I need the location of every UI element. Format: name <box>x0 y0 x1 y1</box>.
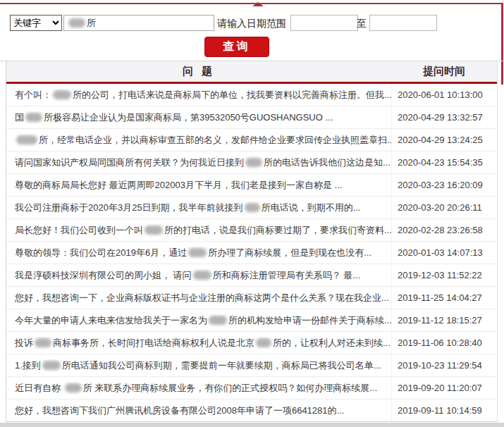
date-to-label: 至 <box>357 18 367 30</box>
table-row[interactable]: 国所极容易让企业认为是国家商标局，第39532050号GUOSHANGSUO .… <box>6 106 497 129</box>
table-body: 有个叫：所的公司，打电话来说是商标局下的单位，找我要资料以完善商标注册。但我..… <box>6 84 497 421</box>
date-range-label: 请输入日期范围 <box>217 18 286 30</box>
redacted-text <box>245 158 262 167</box>
question-text: 您好，我想咨询一下，企业商标版权证书与企业注册的商标这两个是什么关系？现在我企业… <box>15 292 389 303</box>
top-accent-line <box>0 3 503 4</box>
redacted-text <box>53 90 71 99</box>
question-cell[interactable]: 1.接到所电话通知我公司商标到期，需要提前一年就要续期，商标局已将我公司名单..… <box>6 359 391 372</box>
question-text: 商标事务所，长时间打电话给商标权利人说是北京 <box>53 338 254 348</box>
table-row[interactable]: 局长您好！我们公司收到一个叫所的打电话，说是我们商标要过期了，要求我们寄资料..… <box>6 219 497 242</box>
redacted-text <box>68 18 85 27</box>
redacted-text <box>209 316 227 325</box>
page: 关键字 所 请输入日期范围 至 查询 问 题 提问时间 有个叫：所的公司，打电话… <box>0 0 504 427</box>
question-text: 请问国家知识产权局同国商所有何关联？为何我近日接到 <box>15 157 244 168</box>
question-cell[interactable]: 今年大量的申请人来电来信发给我关于一家名为所的机构发给申请一份邮件关于商标续..… <box>6 314 391 327</box>
question-cell[interactable]: 我公司注册商标于2020年3月25日到期，我半年前就接到所电话说，到期不用的..… <box>6 202 391 214</box>
question-text: 所和商标注册管理局有关系吗？ 最... <box>213 270 360 280</box>
table-row[interactable]: 尊敬的领导：我们公司在2019年6月，通过所办理了商标续展，但是到现在也没有..… <box>6 242 497 264</box>
question-cell[interactable]: 请问国家知识产权局同国商所有何关联？为何我近日接到所的电话告诉我他们这边是知..… <box>6 156 391 169</box>
time-cell: 2019-09-20 11:20:07 <box>391 377 497 399</box>
table-row[interactable]: 您好，我想咨询一下，企业商标版权证书与企业注册的商标这两个是什么关系？现在我企业… <box>6 287 497 309</box>
redacted-text <box>42 361 61 370</box>
search-button[interactable]: 查询 <box>204 37 269 57</box>
date-from-input[interactable] <box>290 15 358 31</box>
date-to-input[interactable] <box>369 15 437 31</box>
question-text: 所的，让权利人对还未到续... <box>273 338 391 348</box>
table-row[interactable]: 请问国家知识产权局同国商所有何关联？为何我近日接到所的电话告诉我他们这边是知..… <box>6 151 497 174</box>
question-cell[interactable]: 您好，我想咨询一下，企业商标版权证书与企业注册的商标这两个是什么关系？现在我企业… <box>6 292 391 304</box>
redacted-text <box>188 248 207 257</box>
question-text: 所办理了商标续展，但是到现在也没有... <box>208 247 371 258</box>
active-tab-indicator-triangle <box>252 2 264 6</box>
question-cell[interactable]: 您好，我想咨询下我们广州腾讯机房设备有限公司2008年申请了一项6641281的… <box>6 404 391 417</box>
question-text: 您好，我想咨询下我们广州腾讯机房设备有限公司2008年申请了一项6641281的… <box>15 405 344 416</box>
table-row[interactable]: 所，经常电话企业，并以商标审查五部的名义，发邮件给企业要求回传企业执照盖章扫..… <box>6 129 497 151</box>
question-text: 我公司注册商标于2020年3月25日到期，我半年前就接到 <box>15 202 243 213</box>
redacted-text <box>16 135 37 144</box>
question-text: 所的打电话，说是我们商标要过期了，要求我们寄资料... <box>164 225 391 235</box>
question-text: 所电话说，到期不用的... <box>262 202 361 213</box>
table-row[interactable]: 有个叫：所的公司，打电话来说是商标局下的单位，找我要资料以完善商标注册。但我..… <box>6 84 497 106</box>
time-column-header: 提问时间 <box>391 65 497 78</box>
question-text: 所，经常电话企业，并以商标审查五部的名义，发邮件给企业要求回传企业执照盖章扫..… <box>39 135 391 145</box>
question-text: 所的电话告诉我他们这边是知... <box>264 157 391 168</box>
redacted-text <box>65 383 82 392</box>
table-row[interactable]: 尊敬的商标局局长您好 最近两周即202003月下半月，我们老是接到一家自称是 .… <box>6 174 497 197</box>
table-row[interactable]: 我是淳硕科技深圳有限公司的周小姐， 请问所和商标注册管理局有关系吗？ 最... … <box>6 264 497 287</box>
time-cell: 2020-06-01 10:13:00 <box>391 84 497 106</box>
time-cell: 2019-09-11 10:14:59 <box>391 400 497 421</box>
table-row[interactable]: 您好，我想咨询下我们广州腾讯机房设备有限公司2008年申请了一项6641281的… <box>6 400 497 421</box>
time-cell: 2019-11-06 10:28:40 <box>391 332 497 354</box>
question-text: 我是淳硕科技深圳有限公司的周小姐， 请问 <box>15 270 192 280</box>
question-cell[interactable]: 近日有自称 所 来联系办理商标续展业务，有你们的正式授权吗？如何办理商标续展..… <box>6 382 391 395</box>
keyword-input-value: 所 <box>87 17 96 30</box>
table-row[interactable]: 近日有自称 所 来联系办理商标续展业务，有你们的正式授权吗？如何办理商标续展..… <box>6 377 497 400</box>
redacted-text <box>25 113 42 122</box>
question-cell[interactable]: 有个叫：所的公司，打电话来说是商标局下的单位，找我要资料以完善商标注册。但我..… <box>6 89 391 101</box>
question-text: 所极容易让企业认为是国家商标局，第39532050号GUOSHANGSUO ..… <box>44 112 333 123</box>
time-cell: 2020-03-20 20:26:11 <box>391 197 497 218</box>
question-text: 所的公司，打电话来说是商标局下的单位，找我要资料以完善商标注册。但我... <box>73 89 391 100</box>
question-text: 近日有自称 <box>15 383 63 393</box>
time-cell: 2019-10-23 11:29:54 <box>391 354 497 376</box>
time-cell: 2020-01-03 14:07:13 <box>391 242 497 264</box>
question-cell[interactable]: 国所极容易让企业认为是国家商标局，第39532050号GUOSHANGSUO .… <box>6 111 391 124</box>
time-cell: 2019-11-25 14:04:27 <box>391 287 497 309</box>
time-cell: 2020-04-29 13:24:25 <box>391 129 497 151</box>
time-cell: 2020-04-23 15:54:35 <box>391 151 497 173</box>
question-text: 所 来联系办理商标续展业务，有你们的正式授权吗？如何办理商标续展... <box>83 383 377 393</box>
table-header-row: 问 题 提问时间 <box>6 61 497 84</box>
time-cell: 2020-02-28 23:26:58 <box>391 219 497 241</box>
question-text: 1.接到 <box>15 360 41 371</box>
redacted-text <box>145 225 163 235</box>
question-text: 尊敬的商标局局长您好 最近两周即202003月下半月，我们老是接到一家自称是 .… <box>15 180 342 190</box>
question-cell[interactable]: 所，经常电话企业，并以商标审查五部的名义，发邮件给企业要求回传企业执照盖章扫..… <box>6 134 391 147</box>
page-bottom-strip <box>0 423 504 427</box>
right-accent-line <box>501 3 503 85</box>
table-row[interactable]: 我公司注册商标于2020年3月25日到期，我半年前就接到所电话说，到期不用的..… <box>6 197 497 219</box>
table-row[interactable]: 1.接到所电话通知我公司商标到期，需要提前一年就要续期，商标局已将我公司名单..… <box>6 354 497 377</box>
time-cell: 2019-11-12 18:15:27 <box>391 309 497 331</box>
keyword-search-input[interactable]: 所 <box>63 15 214 31</box>
redacted-text <box>35 338 51 347</box>
questions-table: 问 题 提问时间 有个叫：所的公司，打电话来说是商标局下的单位，找我要资料以完善… <box>6 61 498 422</box>
question-cell[interactable]: 尊敬的领导：我们公司在2019年6月，通过所办理了商标续展，但是到现在也没有..… <box>6 247 391 259</box>
question-cell[interactable]: 尊敬的商标局局长您好 最近两周即202003月下半月，我们老是接到一家自称是 .… <box>6 179 391 192</box>
question-column-header: 问 题 <box>6 65 391 78</box>
question-text: 有个叫： <box>15 89 51 100</box>
question-text: 国 <box>15 112 24 123</box>
redacted-text <box>256 338 271 347</box>
table-row[interactable]: 投诉商标事务所，长时间打电话给商标权利人说是北京所的，让权利人对还未到续... … <box>6 332 497 354</box>
keyword-type-select[interactable]: 关键字 <box>10 15 62 31</box>
question-cell[interactable]: 局长您好！我们公司收到一个叫所的打电话，说是我们商标要过期了，要求我们寄资料..… <box>6 224 391 237</box>
time-cell: 2020-03-23 16:20:09 <box>391 174 497 196</box>
table-row[interactable]: 今年大量的申请人来电来信发给我关于一家名为所的机构发给申请一份邮件关于商标续..… <box>6 309 497 332</box>
question-text: 局长您好！我们公司收到一个叫 <box>15 225 143 235</box>
redacted-text <box>245 203 260 212</box>
redacted-text <box>193 271 211 280</box>
time-cell: 2019-12-03 11:52:22 <box>391 264 497 286</box>
question-cell[interactable]: 我是淳硕科技深圳有限公司的周小姐， 请问所和商标注册管理局有关系吗？ 最... <box>6 269 391 282</box>
question-text: 今年大量的申请人来电来信发给我关于一家名为 <box>15 315 207 326</box>
question-cell[interactable]: 投诉商标事务所，长时间打电话给商标权利人说是北京所的，让权利人对还未到续... <box>6 337 391 349</box>
question-text: 所电话通知我公司商标到期，需要提前一年就要续期，商标局已将我公司名单... <box>62 360 381 371</box>
